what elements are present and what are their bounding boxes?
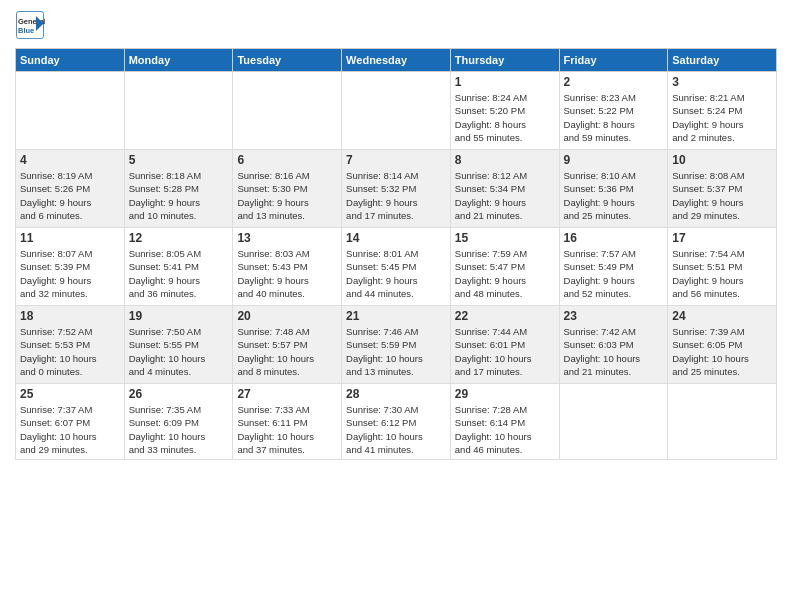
day-number: 25 (20, 387, 120, 401)
weekday-header-friday: Friday (559, 49, 668, 72)
day-number: 4 (20, 153, 120, 167)
logo: General Blue (15, 10, 50, 40)
day-info: Sunrise: 8:19 AMSunset: 5:26 PMDaylight:… (20, 169, 120, 222)
week-row-1: 1Sunrise: 8:24 AMSunset: 5:20 PMDaylight… (16, 72, 777, 150)
calendar-cell: 26Sunrise: 7:35 AMSunset: 6:09 PMDayligh… (124, 384, 233, 460)
day-number: 10 (672, 153, 772, 167)
day-info: Sunrise: 8:03 AMSunset: 5:43 PMDaylight:… (237, 247, 337, 300)
calendar-cell: 19Sunrise: 7:50 AMSunset: 5:55 PMDayligh… (124, 306, 233, 384)
calendar-cell: 12Sunrise: 8:05 AMSunset: 5:41 PMDayligh… (124, 228, 233, 306)
calendar-cell (559, 384, 668, 460)
week-row-2: 4Sunrise: 8:19 AMSunset: 5:26 PMDaylight… (16, 150, 777, 228)
calendar-cell: 9Sunrise: 8:10 AMSunset: 5:36 PMDaylight… (559, 150, 668, 228)
day-info: Sunrise: 7:48 AMSunset: 5:57 PMDaylight:… (237, 325, 337, 378)
header: General Blue (15, 10, 777, 40)
calendar-cell: 22Sunrise: 7:44 AMSunset: 6:01 PMDayligh… (450, 306, 559, 384)
day-info: Sunrise: 8:18 AMSunset: 5:28 PMDaylight:… (129, 169, 229, 222)
weekday-header-row: SundayMondayTuesdayWednesdayThursdayFrid… (16, 49, 777, 72)
weekday-header-monday: Monday (124, 49, 233, 72)
day-info: Sunrise: 7:54 AMSunset: 5:51 PMDaylight:… (672, 247, 772, 300)
day-info: Sunrise: 7:52 AMSunset: 5:53 PMDaylight:… (20, 325, 120, 378)
week-row-5: 25Sunrise: 7:37 AMSunset: 6:07 PMDayligh… (16, 384, 777, 460)
calendar-table: SundayMondayTuesdayWednesdayThursdayFrid… (15, 48, 777, 460)
day-number: 7 (346, 153, 446, 167)
calendar-cell: 5Sunrise: 8:18 AMSunset: 5:28 PMDaylight… (124, 150, 233, 228)
calendar-cell: 8Sunrise: 8:12 AMSunset: 5:34 PMDaylight… (450, 150, 559, 228)
calendar-cell: 16Sunrise: 7:57 AMSunset: 5:49 PMDayligh… (559, 228, 668, 306)
day-number: 12 (129, 231, 229, 245)
day-number: 24 (672, 309, 772, 323)
day-number: 13 (237, 231, 337, 245)
day-number: 15 (455, 231, 555, 245)
day-info: Sunrise: 8:08 AMSunset: 5:37 PMDaylight:… (672, 169, 772, 222)
page-container: General Blue SundayMondayTuesdayWednesda… (0, 0, 792, 470)
calendar-cell: 27Sunrise: 7:33 AMSunset: 6:11 PMDayligh… (233, 384, 342, 460)
day-info: Sunrise: 8:21 AMSunset: 5:24 PMDaylight:… (672, 91, 772, 144)
day-info: Sunrise: 8:16 AMSunset: 5:30 PMDaylight:… (237, 169, 337, 222)
day-number: 29 (455, 387, 555, 401)
day-number: 2 (564, 75, 664, 89)
calendar-cell (233, 72, 342, 150)
weekday-header-thursday: Thursday (450, 49, 559, 72)
calendar-cell: 21Sunrise: 7:46 AMSunset: 5:59 PMDayligh… (342, 306, 451, 384)
calendar-cell: 20Sunrise: 7:48 AMSunset: 5:57 PMDayligh… (233, 306, 342, 384)
day-number: 5 (129, 153, 229, 167)
day-info: Sunrise: 8:10 AMSunset: 5:36 PMDaylight:… (564, 169, 664, 222)
calendar-cell: 1Sunrise: 8:24 AMSunset: 5:20 PMDaylight… (450, 72, 559, 150)
day-number: 27 (237, 387, 337, 401)
calendar-cell (342, 72, 451, 150)
day-number: 1 (455, 75, 555, 89)
day-info: Sunrise: 7:37 AMSunset: 6:07 PMDaylight:… (20, 403, 120, 456)
day-info: Sunrise: 7:39 AMSunset: 6:05 PMDaylight:… (672, 325, 772, 378)
day-number: 11 (20, 231, 120, 245)
day-number: 26 (129, 387, 229, 401)
day-number: 21 (346, 309, 446, 323)
day-info: Sunrise: 7:59 AMSunset: 5:47 PMDaylight:… (455, 247, 555, 300)
day-number: 16 (564, 231, 664, 245)
calendar-cell (124, 72, 233, 150)
week-row-4: 18Sunrise: 7:52 AMSunset: 5:53 PMDayligh… (16, 306, 777, 384)
weekday-header-wednesday: Wednesday (342, 49, 451, 72)
day-number: 28 (346, 387, 446, 401)
svg-text:Blue: Blue (18, 26, 34, 35)
calendar-cell: 10Sunrise: 8:08 AMSunset: 5:37 PMDayligh… (668, 150, 777, 228)
day-number: 19 (129, 309, 229, 323)
day-info: Sunrise: 8:12 AMSunset: 5:34 PMDaylight:… (455, 169, 555, 222)
week-row-3: 11Sunrise: 8:07 AMSunset: 5:39 PMDayligh… (16, 228, 777, 306)
day-info: Sunrise: 7:33 AMSunset: 6:11 PMDaylight:… (237, 403, 337, 456)
calendar-cell: 2Sunrise: 8:23 AMSunset: 5:22 PMDaylight… (559, 72, 668, 150)
day-number: 3 (672, 75, 772, 89)
day-number: 17 (672, 231, 772, 245)
day-number: 22 (455, 309, 555, 323)
day-number: 8 (455, 153, 555, 167)
day-number: 23 (564, 309, 664, 323)
calendar-cell: 14Sunrise: 8:01 AMSunset: 5:45 PMDayligh… (342, 228, 451, 306)
day-number: 9 (564, 153, 664, 167)
day-info: Sunrise: 8:14 AMSunset: 5:32 PMDaylight:… (346, 169, 446, 222)
day-info: Sunrise: 7:57 AMSunset: 5:49 PMDaylight:… (564, 247, 664, 300)
calendar-cell: 23Sunrise: 7:42 AMSunset: 6:03 PMDayligh… (559, 306, 668, 384)
day-info: Sunrise: 8:07 AMSunset: 5:39 PMDaylight:… (20, 247, 120, 300)
calendar-cell: 18Sunrise: 7:52 AMSunset: 5:53 PMDayligh… (16, 306, 125, 384)
calendar-cell: 25Sunrise: 7:37 AMSunset: 6:07 PMDayligh… (16, 384, 125, 460)
weekday-header-sunday: Sunday (16, 49, 125, 72)
calendar-cell: 29Sunrise: 7:28 AMSunset: 6:14 PMDayligh… (450, 384, 559, 460)
day-number: 6 (237, 153, 337, 167)
weekday-header-tuesday: Tuesday (233, 49, 342, 72)
calendar-cell (16, 72, 125, 150)
calendar-cell: 28Sunrise: 7:30 AMSunset: 6:12 PMDayligh… (342, 384, 451, 460)
day-info: Sunrise: 7:50 AMSunset: 5:55 PMDaylight:… (129, 325, 229, 378)
calendar-cell: 13Sunrise: 8:03 AMSunset: 5:43 PMDayligh… (233, 228, 342, 306)
day-number: 20 (237, 309, 337, 323)
calendar-cell: 7Sunrise: 8:14 AMSunset: 5:32 PMDaylight… (342, 150, 451, 228)
calendar-cell: 4Sunrise: 8:19 AMSunset: 5:26 PMDaylight… (16, 150, 125, 228)
calendar-cell: 24Sunrise: 7:39 AMSunset: 6:05 PMDayligh… (668, 306, 777, 384)
day-info: Sunrise: 7:28 AMSunset: 6:14 PMDaylight:… (455, 403, 555, 456)
calendar-cell (668, 384, 777, 460)
day-info: Sunrise: 7:42 AMSunset: 6:03 PMDaylight:… (564, 325, 664, 378)
day-info: Sunrise: 7:46 AMSunset: 5:59 PMDaylight:… (346, 325, 446, 378)
day-info: Sunrise: 7:35 AMSunset: 6:09 PMDaylight:… (129, 403, 229, 456)
day-info: Sunrise: 8:24 AMSunset: 5:20 PMDaylight:… (455, 91, 555, 144)
day-info: Sunrise: 7:44 AMSunset: 6:01 PMDaylight:… (455, 325, 555, 378)
calendar-cell: 6Sunrise: 8:16 AMSunset: 5:30 PMDaylight… (233, 150, 342, 228)
